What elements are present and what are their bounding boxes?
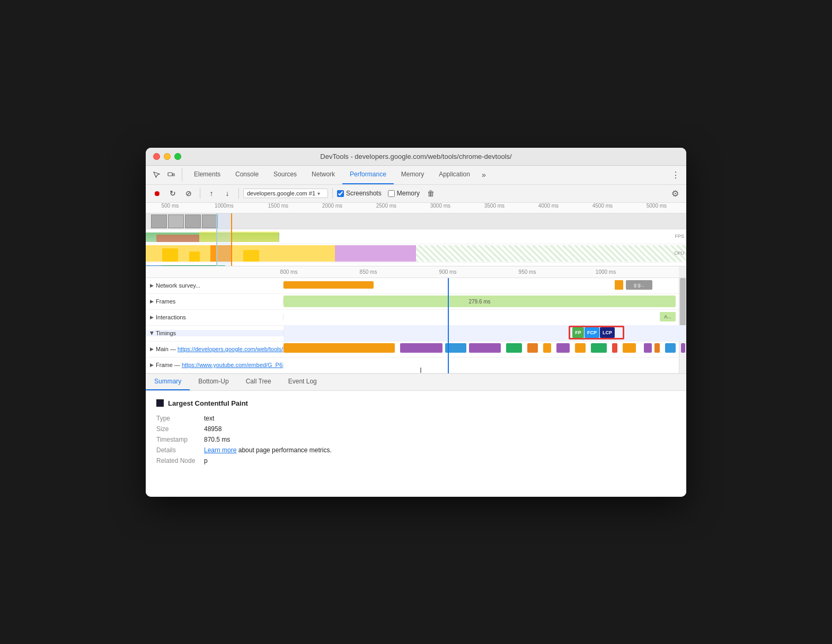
expand-network-icon[interactable]: ▶ (150, 283, 154, 288)
network-survey-content: g g... (284, 278, 686, 293)
memory-checkbox[interactable] (388, 190, 395, 197)
network-survey-label: ▶ Network survey... (146, 282, 284, 289)
url-selector[interactable]: developers.google.com #1 ▾ (243, 189, 328, 198)
summary-type-row: Type text (156, 415, 676, 422)
ruler-1000ms: 1000ms (215, 203, 234, 209)
main-bar-14 (654, 343, 660, 353)
more-options-icon[interactable]: ⋮ (669, 168, 682, 181)
timings-content: FP FCP LCP (284, 325, 686, 341)
separator-3 (332, 188, 333, 199)
tab-console[interactable]: Console (228, 165, 266, 184)
tab-elements[interactable]: Elements (187, 165, 228, 184)
tab-summary[interactable]: Summary (146, 374, 190, 390)
settings-icon[interactable]: ⚙ (668, 186, 682, 200)
detail-ruler-850: 850 ms (360, 269, 377, 275)
details-value: Learn more about page performance metric… (204, 446, 332, 454)
expand-frames-icon[interactable]: ▶ (150, 299, 154, 304)
network-survey-row: ▶ Network survey... g g... (146, 278, 686, 294)
clear-button[interactable]: ⊘ (182, 186, 196, 200)
related-value: p (204, 457, 208, 464)
separator-1 (200, 188, 200, 199)
main-bar-2 (400, 343, 442, 353)
tab-bottom-up[interactable]: Bottom-Up (190, 374, 237, 390)
tab-call-tree[interactable]: Call Tree (237, 374, 280, 390)
type-value: text (204, 415, 214, 422)
frames-row: ▶ Frames 279.6 ms (146, 294, 686, 310)
frame-youtube-row: ▶ Frame — https://www.youtube.com/embed/… (146, 357, 686, 373)
related-key: Related Node (156, 457, 204, 464)
summary-related-row: Related Node p (156, 457, 676, 464)
tab-network[interactable]: Network (304, 165, 342, 184)
expand-timings-icon[interactable]: ▶ (149, 332, 155, 335)
interactions-bar: A... (660, 312, 676, 321)
summary-details-row: Details Learn more about page performanc… (156, 446, 676, 454)
summary-title: Largest Contentful Paint (156, 399, 676, 407)
tab-event-log[interactable]: Event Log (280, 374, 325, 390)
frame-youtube-content (284, 357, 686, 373)
svg-rect-1 (173, 174, 174, 176)
tab-memory[interactable]: Memory (394, 165, 431, 184)
learn-more-link[interactable]: Learn more (204, 446, 236, 454)
main-bar-5 (506, 343, 522, 353)
titlebar: DevTools - developers.google.com/web/too… (146, 148, 686, 166)
main-label: ▶ Main — https://developers.google.com/w… (146, 346, 284, 352)
type-key: Type (156, 415, 204, 422)
refresh-record-button[interactable]: ↻ (166, 186, 180, 200)
close-button[interactable] (153, 153, 160, 160)
screenshots-checkbox[interactable] (337, 190, 344, 197)
interactions-content: A... (284, 309, 686, 325)
nav-icons (150, 168, 182, 181)
ruler-2500ms: 2500 ms (376, 203, 396, 209)
main-bar-7 (543, 343, 551, 353)
frames-label: ▶ Frames (146, 298, 284, 305)
cursor-icon[interactable] (150, 168, 163, 181)
main-bar-6 (527, 343, 538, 353)
timeline-overview[interactable]: 500 ms 1000ms 1500 ms 2000 ms 2500 ms 30… (146, 203, 686, 266)
ruler-3000ms: 3000 ms (430, 203, 450, 209)
timeline-detail-ruler: 800 ms 850 ms 900 ms 950 ms 1000 ms (146, 266, 686, 278)
expand-main-icon[interactable]: ▶ (150, 346, 154, 352)
main-bar-16 (681, 343, 685, 353)
tab-overflow-button[interactable]: » (477, 165, 490, 184)
timeline-content: ▶ Network survey... g g... ▶ Frames (146, 278, 686, 373)
fp-badge[interactable]: FP (572, 327, 584, 338)
delete-recording-button[interactable]: 🗑 (424, 186, 438, 200)
expand-frame-icon[interactable]: ▶ (150, 362, 154, 368)
tab-sources[interactable]: Sources (266, 165, 304, 184)
tab-list: Elements Console Sources Network Perform… (187, 165, 490, 184)
ruler-3500ms: 3500 ms (484, 203, 504, 209)
chevron-down-icon: ▾ (317, 191, 320, 196)
nav-right: ⋮ (669, 168, 682, 181)
bottom-tabs: Summary Bottom-Up Call Tree Event Log (146, 374, 686, 391)
lcp-badge[interactable]: LCP (600, 327, 615, 338)
device-toggle-icon[interactable] (165, 168, 178, 181)
upload-button[interactable]: ↑ (205, 186, 218, 200)
interactions-row: ▶ Interactions A... (146, 310, 686, 326)
timings-row: ▶ Timings FP FCP LCP (146, 326, 686, 342)
main-text: Main — https://developers.google.com/web… (156, 346, 284, 352)
ruler-1500ms: 1500 ms (268, 203, 288, 209)
main-bar-12 (623, 343, 636, 353)
maximize-button[interactable] (174, 153, 181, 160)
expand-interactions-icon[interactable]: ▶ (150, 315, 154, 320)
screenshots-checkbox-label[interactable]: Screenshots (337, 190, 382, 197)
ruler-2000ms: 2000 ms (322, 203, 342, 209)
frames-content: 279.6 ms (284, 293, 686, 309)
record-button[interactable]: ⏺ (150, 186, 164, 200)
fcp-badge[interactable]: FCP (585, 327, 599, 338)
screenshots-label: Screenshots (346, 190, 382, 197)
detail-ruler-800: 800 ms (280, 269, 298, 275)
main-bar-4 (469, 343, 501, 353)
minimize-button[interactable] (164, 153, 171, 160)
detail-ruler-950: 950 ms (519, 269, 536, 275)
summary-title-text: Largest Contentful Paint (168, 399, 248, 407)
size-key: Size (156, 425, 204, 433)
tab-application[interactable]: Application (431, 165, 477, 184)
dashed-line-fcp (583, 325, 583, 341)
download-button[interactable]: ↓ (220, 186, 234, 200)
fps-label: FPS (675, 234, 684, 239)
ruler-4000ms: 4000 ms (538, 203, 559, 209)
memory-checkbox-label[interactable]: Memory (388, 190, 420, 197)
tab-performance[interactable]: Performance (342, 165, 394, 184)
interactions-label: ▶ Interactions (146, 314, 284, 320)
